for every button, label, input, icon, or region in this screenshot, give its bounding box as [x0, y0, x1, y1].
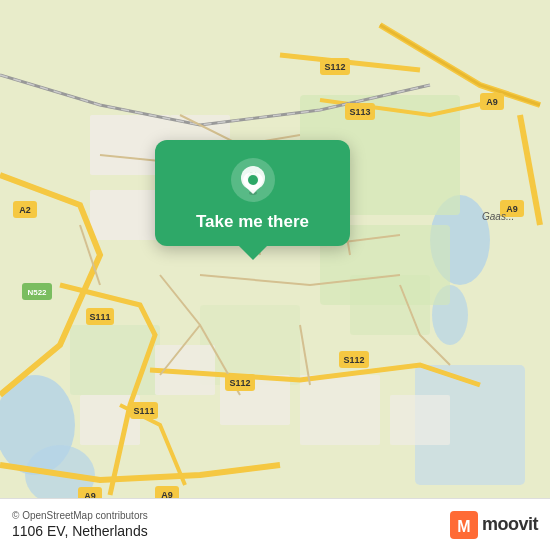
svg-text:M: M	[457, 518, 470, 535]
svg-text:S112: S112	[229, 378, 250, 388]
svg-point-48	[248, 175, 258, 185]
svg-text:A2: A2	[19, 205, 31, 215]
popup-card[interactable]: Take me there	[155, 140, 350, 246]
svg-text:S112: S112	[343, 355, 364, 365]
map-svg: S112 S113 A9 A9 A2 N522 S111 S111 S112 S…	[0, 0, 550, 550]
location-pin-icon	[231, 158, 275, 202]
svg-text:N522: N522	[27, 288, 47, 297]
svg-text:A9: A9	[486, 97, 498, 107]
svg-rect-18	[390, 395, 450, 445]
moovit-logo: M moovit	[450, 511, 538, 539]
svg-rect-17	[300, 375, 380, 445]
svg-text:S111: S111	[89, 312, 110, 322]
popup-label: Take me there	[196, 212, 309, 232]
svg-text:S113: S113	[349, 107, 370, 117]
bottom-left-info: © OpenStreetMap contributors 1106 EV, Ne…	[12, 510, 148, 539]
svg-text:S111: S111	[133, 406, 154, 416]
bottom-bar: © OpenStreetMap contributors 1106 EV, Ne…	[0, 498, 550, 550]
moovit-brand-text: moovit	[482, 514, 538, 535]
address-text: 1106 EV, Netherlands	[12, 523, 148, 539]
svg-text:S112: S112	[324, 62, 345, 72]
map-container: S112 S113 A9 A9 A2 N522 S111 S111 S112 S…	[0, 0, 550, 550]
copyright-text: © OpenStreetMap contributors	[12, 510, 148, 521]
svg-text:Gaas...: Gaas...	[482, 211, 514, 222]
svg-rect-10	[350, 275, 430, 335]
moovit-logo-icon: M	[450, 511, 478, 539]
